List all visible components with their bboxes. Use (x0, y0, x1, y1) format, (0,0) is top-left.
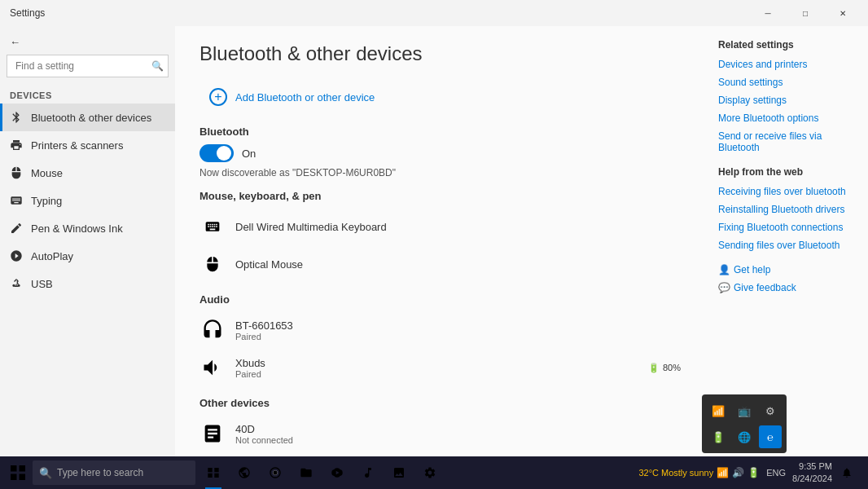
mouse-device-info: Optical Mouse (235, 258, 681, 271)
xbuds-device-icon (199, 355, 226, 381)
bluetooth-icon (10, 111, 23, 124)
tray-bluetooth-icon[interactable]: ℮ (759, 425, 782, 448)
taskbar-app-media[interactable] (353, 456, 383, 489)
taskbar-app-youtube[interactable] (322, 456, 352, 489)
battery-icon: 🔋 (648, 363, 660, 373)
time-display: 9:35 PM (792, 460, 832, 473)
tray-icon-2[interactable]: 📺 (733, 399, 756, 422)
taskbar-apps (195, 456, 632, 489)
bt6601-device-name: BT-6601653 (235, 319, 681, 332)
taskbar-app-taskview[interactable] (199, 456, 228, 489)
help-link-receiving[interactable]: Receiving files over bluetooth (718, 186, 855, 197)
40d-device-status: Not connected (235, 435, 681, 445)
device-item-bt6601: BT-6601653 Paired (199, 312, 681, 348)
taskbar-system-icons: 32°C Mostly sunny (638, 468, 713, 478)
keyboard-icon (10, 194, 23, 207)
sidebar-typing-label: Typing (31, 195, 62, 207)
give-feedback-icon: 💬 (718, 282, 730, 293)
device-item-40d: 40D Not connected (199, 416, 681, 452)
sidebar-usb-label: USB (31, 278, 53, 290)
sidebar-item-autoplay[interactable]: AutoPlay (0, 242, 175, 270)
title-bar-title: Settings (10, 7, 45, 19)
related-link-display[interactable]: Display settings (718, 95, 855, 106)
sidebar-item-printers[interactable]: Printers & scanners (0, 131, 175, 159)
taskbar-right: 32°C Mostly sunny 📶 🔊 🔋 ENG 9:35 PM 8/24… (632, 456, 865, 489)
page-title: Bluetooth & other devices (199, 42, 681, 65)
bt6601-device-status: Paired (235, 332, 681, 341)
give-feedback-label: Give feedback (734, 282, 796, 293)
svg-rect-1 (20, 465, 26, 472)
sidebar-pen-label: Pen & Windows Ink (31, 222, 123, 235)
audio-section-header: Audio (199, 293, 681, 306)
tray-icon-5[interactable]: 🌐 (733, 425, 756, 448)
battery-taskbar-icon: 🔋 (747, 467, 760, 478)
sidebar-item-typing[interactable]: Typing (0, 187, 175, 214)
sidebar-item-pen[interactable]: Pen & Windows Ink (0, 214, 175, 242)
taskbar-time[interactable]: 9:35 PM 8/24/2024 (792, 460, 832, 486)
main-content: Bluetooth & other devices + Add Bluetoot… (175, 26, 705, 456)
related-link-devices-printers[interactable]: Devices and printers (718, 59, 855, 70)
related-settings-title: Related settings (718, 39, 855, 51)
mouse-keyboard-section-header: Mouse, keyboard, & pen (199, 190, 681, 202)
bluetooth-toggle[interactable] (199, 144, 234, 162)
help-link-sending[interactable]: Sending files over Bluetooth (718, 240, 855, 251)
sidebar-item-mouse[interactable]: Mouse (0, 159, 175, 187)
sidebar-printers-label: Printers & scanners (31, 139, 123, 152)
help-link-reinstalling[interactable]: Reinstalling Bluetooth drivers (718, 204, 855, 215)
app-container: ← 🔍 Devices Bluetooth & other devices Pr… (0, 26, 868, 456)
related-link-send-receive[interactable]: Send or receive files via Bluetooth (718, 130, 855, 153)
get-help-row[interactable]: 👤 Get help (718, 264, 855, 275)
tray-icon-3[interactable]: ⚙ (759, 399, 782, 422)
40d-device-icon (199, 421, 226, 447)
toggle-knob (217, 146, 231, 161)
title-bar: Settings ─ □ ✕ (0, 0, 868, 26)
tray-icon-1[interactable]: 📶 (707, 399, 730, 422)
keyboard-device-icon (199, 214, 226, 240)
search-input[interactable] (7, 55, 169, 77)
xbuds-device-status: Paired (235, 369, 638, 379)
xbuds-device-name: Xbuds (235, 357, 638, 369)
taskbar-app-explorer[interactable] (292, 456, 321, 489)
add-device-label: Add Bluetooth or other device (235, 91, 375, 104)
search-box: 🔍 (7, 55, 169, 77)
mouse-device-name: Optical Mouse (235, 258, 681, 271)
svg-rect-0 (11, 465, 17, 472)
sidebar-section-label: Devices (0, 84, 175, 104)
sidebar-bluetooth-label: Bluetooth & other devices (31, 112, 151, 124)
bluetooth-toggle-row: On (199, 144, 681, 162)
notification-button[interactable] (835, 456, 858, 489)
bluetooth-section-header: Bluetooth (199, 126, 681, 138)
xbuds-battery: 🔋 80% (648, 363, 681, 373)
maximize-button[interactable]: □ (787, 0, 824, 26)
taskbar-app-settings[interactable] (415, 456, 445, 489)
keyboard-device-info: Dell Wired Multimedia Keyboard (235, 221, 681, 233)
taskbar-app-photos[interactable] (384, 456, 414, 489)
search-icon[interactable]: 🔍 (151, 60, 164, 72)
give-feedback-row[interactable]: 💬 Give feedback (718, 282, 855, 293)
related-link-sound[interactable]: Sound settings (718, 77, 855, 88)
taskbar-search-icon: 🔍 (39, 467, 52, 479)
date-display: 8/24/2024 (792, 473, 832, 485)
taskbar-search[interactable]: 🔍 Type here to search (33, 460, 195, 485)
sidebar-item-bluetooth[interactable]: Bluetooth & other devices (0, 104, 175, 131)
wifi-icon[interactable]: 📶 (717, 467, 729, 478)
taskbar-app-chrome[interactable] (261, 456, 290, 489)
minimize-button[interactable]: ─ (749, 0, 787, 26)
tray-icon-4[interactable]: 🔋 (707, 425, 730, 448)
related-link-more-bluetooth[interactable]: More Bluetooth options (718, 112, 855, 124)
system-tray-popup: 📶 📺 ⚙ 🔋 🌐 ℮ (702, 394, 787, 453)
headphones-device-icon (199, 317, 226, 343)
sidebar-item-usb[interactable]: USB (0, 270, 175, 297)
start-button[interactable] (3, 456, 33, 489)
language-indicator: ENG (766, 468, 786, 478)
taskbar-app-edge[interactable] (230, 456, 259, 489)
help-link-fixing[interactable]: Fixing Bluetooth connections (718, 222, 855, 233)
taskbar-search-placeholder: Type here to search (57, 467, 143, 478)
add-device-button[interactable]: + Add Bluetooth or other device (199, 82, 384, 112)
volume-icon[interactable]: 🔊 (732, 467, 744, 478)
get-help-icon: 👤 (718, 264, 730, 275)
40d-device-info: 40D Not connected (235, 423, 681, 445)
close-button[interactable]: ✕ (824, 0, 861, 26)
printer-icon (10, 139, 23, 152)
back-button[interactable]: ← (0, 29, 175, 55)
